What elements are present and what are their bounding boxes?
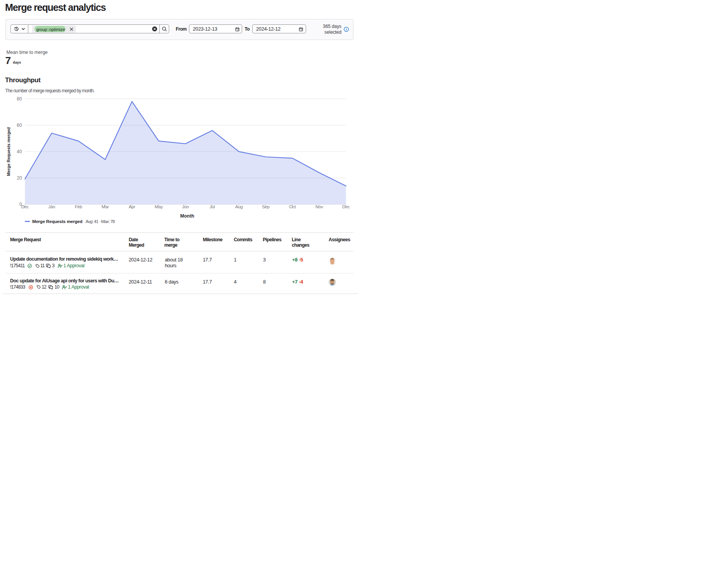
svg-text:Dec: Dec bbox=[342, 204, 350, 209]
svg-text:Feb: Feb bbox=[75, 204, 82, 209]
svg-text:Merge Requests merged: Merge Requests merged bbox=[32, 219, 83, 224]
svg-text:Nov: Nov bbox=[315, 204, 323, 209]
svg-text:Month: Month bbox=[180, 213, 194, 219]
svg-text:Dec: Dec bbox=[21, 204, 29, 209]
svg-text:80: 80 bbox=[17, 96, 22, 102]
svg-text:Merge Requests merged: Merge Requests merged bbox=[6, 127, 11, 176]
svg-text:Jun: Jun bbox=[182, 204, 189, 209]
svg-text:Avg: 41 · Max: 78: Avg: 41 · Max: 78 bbox=[86, 219, 115, 224]
svg-text:Aug: Aug bbox=[235, 204, 242, 209]
svg-text:May: May bbox=[155, 204, 163, 209]
svg-text:40: 40 bbox=[17, 149, 22, 154]
svg-text:Sep: Sep bbox=[262, 204, 269, 209]
svg-text:Oct: Oct bbox=[289, 204, 296, 209]
svg-text:60: 60 bbox=[17, 123, 22, 128]
svg-text:Apr: Apr bbox=[129, 204, 135, 209]
svg-text:20: 20 bbox=[17, 175, 22, 181]
svg-text:Jan: Jan bbox=[48, 204, 55, 209]
svg-text:Jul: Jul bbox=[210, 204, 215, 209]
svg-text:Mar: Mar bbox=[102, 204, 109, 209]
